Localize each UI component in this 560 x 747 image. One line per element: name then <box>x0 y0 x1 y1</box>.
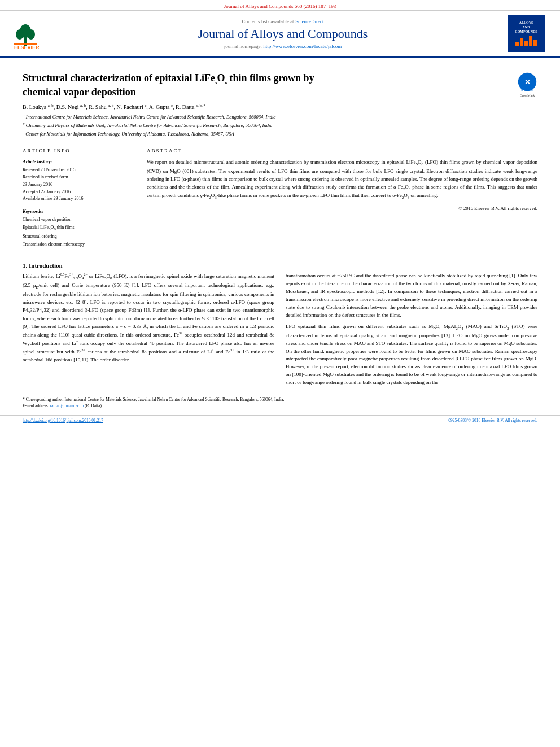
keywords-title: Keywords: <box>23 208 135 214</box>
logo-box-chart <box>515 36 537 46</box>
introduction-section: 1. Introduction Lithium ferrite, Li0.5Fe… <box>23 262 537 387</box>
doi-link[interactable]: http://dx.doi.org/10.1016/j.jallcom.2016… <box>23 418 103 423</box>
journal-title: Journal of Alloys and Compounds <box>62 27 504 41</box>
svg-point-2 <box>16 29 24 40</box>
journal-header-center: Contents lists available at ScienceDirec… <box>62 18 504 49</box>
contents-available-text: Contents lists available at ScienceDirec… <box>62 18 504 24</box>
crossmark-badge: ✕ CrossMark CrossMark <box>517 72 537 97</box>
abstract-column: ABSTRACT We report on detailed microstru… <box>147 148 537 248</box>
section-divider <box>23 255 537 255</box>
chart-bar-1 <box>515 42 519 46</box>
chart-bar-2 <box>520 38 523 46</box>
svg-point-3 <box>27 29 35 40</box>
keyword-3: Structural ordering <box>23 233 135 241</box>
abstract-heading: ABSTRACT <box>147 148 537 155</box>
homepage-url[interactable]: http://www.elsevier.com/locate/jalcom <box>263 43 342 49</box>
affiliations: a International Centre for Materials Sci… <box>23 112 537 137</box>
header-divider <box>23 142 537 142</box>
affiliation-a: a International Centre for Materials Sci… <box>23 112 537 121</box>
journal-homepage: journal homepage: http://www.elsevier.co… <box>62 43 504 49</box>
issn-text: 0925-8388/© 2016 Elsevier B.V. All right… <box>448 418 537 423</box>
keyword-2: Epitaxial LiFe5O8 thin films <box>23 224 135 233</box>
journal-logo-box: ALLOYSANDCOMPOUNDS <box>504 15 549 52</box>
main-content: Structural characterization of epitaxial… <box>0 58 560 415</box>
svg-text:✕: ✕ <box>524 78 531 86</box>
article-title-section: Structural characterization of epitaxial… <box>23 72 537 99</box>
svg-text:CrossMark: CrossMark <box>521 89 534 91</box>
article-info-column: ARTICLE INFO Article history: Received 2… <box>23 148 135 248</box>
body-right-col: transformation occurs at ~750 °C and the… <box>286 272 537 387</box>
section-title: 1. Introduction <box>23 262 537 269</box>
chart-bar-4 <box>529 36 532 46</box>
footnote-corresponding: * Corresponding author. International Ce… <box>23 396 537 403</box>
article-history-title: Article history: <box>23 159 135 164</box>
journal-header: ELSEVIER Contents lists available at Sci… <box>0 11 560 58</box>
date-received: Received 20 November 2015 <box>23 167 135 174</box>
affiliation-c: c Center for Materials for Information T… <box>23 129 537 138</box>
copyright-text: © 2016 Elsevier B.V. All rights reserved… <box>147 206 537 211</box>
body-two-col: Lithium ferrite, Li0.5Fe3+2.5O42− or LiF… <box>23 272 537 387</box>
intro-para-left: Lithium ferrite, Li0.5Fe3+2.5O42− or LiF… <box>23 272 274 364</box>
journal-citation-text: Journal of Alloys and Compounds 668 (201… <box>224 3 336 9</box>
article-info-heading: ARTICLE INFO <box>23 148 135 155</box>
sciencedirect-link[interactable]: ScienceDirect <box>295 19 323 24</box>
date-revised: 23 January 2016 <box>23 181 135 189</box>
article-history-block: Article history: Received 20 November 20… <box>23 159 135 203</box>
keywords-block: Keywords: Chemical vapor deposition Epit… <box>23 208 135 248</box>
crossmark-icon: ✕ CrossMark <box>517 72 537 92</box>
svg-text:ELSEVIER: ELSEVIER <box>14 45 40 49</box>
article-info-abstract-columns: ARTICLE INFO Article history: Received 2… <box>23 148 537 248</box>
authors-line: B. Loukya a, b, D.S. Negi a, b, R. Sahu … <box>23 103 537 110</box>
footnote-area: * Corresponding author. International Ce… <box>23 394 537 409</box>
bottom-bar: http://dx.doi.org/10.1016/j.jallcom.2016… <box>0 415 560 425</box>
date-accepted: Accepted 27 January 2016 <box>23 189 135 196</box>
footnote-email: E-mail address: ranjan@jncasr.ac.in (R. … <box>23 403 537 409</box>
keyword-1: Chemical vapor deposition <box>23 216 135 224</box>
keyword-4: Transmission electron microscopy <box>23 241 135 248</box>
affiliation-b: b Chemistry and Physics of Materials Uni… <box>23 121 537 129</box>
logo-box-text: ALLOYSANDCOMPOUNDS <box>515 21 537 34</box>
email-link[interactable]: ranjan@jncasr.ac.in <box>50 403 84 408</box>
article-title: Structural characterization of epitaxial… <box>23 72 537 99</box>
body-left-col: Lithium ferrite, Li0.5Fe3+2.5O42− or LiF… <box>23 272 274 387</box>
elsevier-logo-svg: ELSEVIER <box>11 18 62 49</box>
chart-bar-3 <box>524 41 528 46</box>
elsevier-logo: ELSEVIER <box>11 18 62 50</box>
chart-bar-5 <box>533 40 537 46</box>
intro-para-right-1: transformation occurs at ~750 °C and the… <box>286 272 537 320</box>
abstract-text: We report on detailed microstructural an… <box>147 159 537 201</box>
date-available: Available online 29 January 2016 <box>23 195 135 203</box>
date-revised-label: Received in revised form <box>23 174 135 181</box>
journal-citation-bar: Journal of Alloys and Compounds 668 (201… <box>0 0 560 11</box>
intro-para-right-2: LFO epitaxial thin films grown on differ… <box>286 323 537 387</box>
